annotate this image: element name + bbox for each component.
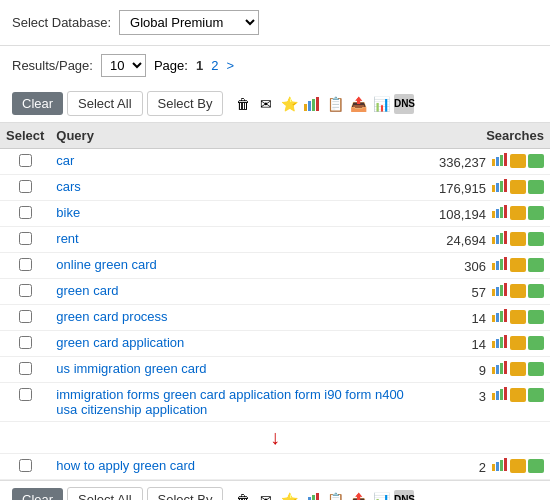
query-link[interactable]: immigration forms green card application…	[56, 387, 404, 417]
svg-rect-36	[492, 367, 495, 374]
dns-icon-bottom[interactable]: DNS	[394, 490, 414, 501]
svg-rect-43	[504, 387, 507, 400]
svg-rect-29	[496, 313, 499, 322]
query-link[interactable]: online green card	[56, 257, 156, 272]
row-green-icon[interactable]	[528, 362, 544, 376]
row-green-icon[interactable]	[528, 284, 544, 298]
row-checkbox[interactable]	[19, 362, 32, 375]
svg-rect-40	[492, 393, 495, 400]
star-icon-bottom[interactable]: ⭐	[279, 490, 299, 501]
row-green-icon[interactable]	[528, 206, 544, 220]
row-green-icon[interactable]	[528, 336, 544, 350]
row-orange-icon[interactable]	[510, 180, 526, 194]
row-bar-icon[interactable]	[490, 257, 508, 272]
select-by-button-bottom[interactable]: Select By	[147, 487, 224, 500]
mail-icon-bottom[interactable]: ✉	[256, 490, 276, 501]
svg-rect-32	[492, 341, 495, 348]
row-checkbox[interactable]	[19, 310, 32, 323]
page-2-link[interactable]: 2	[211, 58, 218, 73]
export2-icon-bottom[interactable]: 📊	[371, 490, 391, 501]
row-orange-icon[interactable]	[510, 336, 526, 350]
row-orange-icon[interactable]	[510, 232, 526, 246]
row-orange-icon[interactable]	[510, 310, 526, 324]
row-bar-icon[interactable]	[490, 179, 508, 194]
row-orange-icon[interactable]	[510, 284, 526, 298]
row-orange-icon[interactable]	[510, 154, 526, 168]
page-1-link[interactable]: 1	[196, 58, 203, 73]
select-all-button-top[interactable]: Select All	[67, 91, 142, 116]
row-orange-icon[interactable]	[510, 388, 526, 402]
row-bar-icon[interactable]	[490, 361, 508, 376]
star-icon-top[interactable]: ⭐	[279, 94, 299, 114]
row-checkbox[interactable]	[19, 180, 32, 193]
row-green-icon[interactable]	[528, 232, 544, 246]
row-bar-icon[interactable]	[490, 387, 508, 402]
svg-rect-6	[500, 155, 503, 166]
row-bar-icon[interactable]	[490, 309, 508, 324]
row-checkbox[interactable]	[19, 258, 32, 271]
svg-rect-3	[316, 97, 319, 111]
row-green-icon[interactable]	[528, 459, 544, 473]
row-orange-icon[interactable]	[510, 459, 526, 473]
row-checkbox[interactable]	[19, 336, 32, 349]
results-per-page-select[interactable]: 10 25 50	[101, 54, 146, 77]
svg-rect-47	[504, 458, 507, 471]
toolbar-icon-group-top: 🗑 ✉ ⭐ 📋 📤 📊 DNS	[233, 94, 414, 114]
row-green-icon[interactable]	[528, 310, 544, 324]
row-green-icon[interactable]	[528, 388, 544, 402]
graph-icon-top[interactable]	[302, 94, 322, 114]
delete-icon-top[interactable]: 🗑	[233, 94, 253, 114]
row-orange-icon[interactable]	[510, 258, 526, 272]
row-bar-icon[interactable]	[490, 335, 508, 350]
export-icon-bottom[interactable]: 📤	[348, 490, 368, 501]
svg-rect-15	[504, 205, 507, 218]
searches-value: 57	[472, 285, 486, 300]
copy-icon-bottom[interactable]: 📋	[325, 490, 345, 501]
row-checkbox[interactable]	[19, 388, 32, 401]
export-icon-top[interactable]: 📤	[348, 94, 368, 114]
row-checkbox[interactable]	[19, 459, 32, 472]
query-link[interactable]: bike	[56, 205, 80, 220]
row-bar-icon[interactable]	[490, 283, 508, 298]
clear-button-top[interactable]: Clear	[12, 92, 63, 115]
query-link[interactable]: us immigration green card	[56, 361, 206, 376]
row-bar-icon[interactable]	[490, 153, 508, 168]
row-bar-icon[interactable]	[490, 231, 508, 246]
query-link[interactable]: green card application	[56, 335, 184, 350]
row-checkbox[interactable]	[19, 284, 32, 297]
query-link[interactable]: car	[56, 153, 74, 168]
select-by-button-top[interactable]: Select By	[147, 91, 224, 116]
graph-icon-bottom[interactable]	[302, 490, 322, 501]
row-checkbox[interactable]	[19, 232, 32, 245]
pagination-bar: Results/Page: 10 25 50 Page: 1 2 >	[0, 46, 550, 85]
database-select[interactable]: Global Premium US Standard Local	[119, 10, 259, 35]
dns-icon-top[interactable]: DNS	[394, 94, 414, 114]
copy-icon-top[interactable]: 📋	[325, 94, 345, 114]
row-checkbox[interactable]	[19, 206, 32, 219]
next-page-arrow[interactable]: >	[226, 58, 234, 73]
row-orange-icon[interactable]	[510, 362, 526, 376]
searches-cell: 14	[433, 331, 550, 357]
row-icon-group	[490, 153, 544, 168]
row-bar-icon[interactable]	[490, 205, 508, 220]
query-link[interactable]: green card	[56, 283, 118, 298]
searches-value: 336,237	[439, 155, 486, 170]
row-green-icon[interactable]	[528, 180, 544, 194]
row-green-icon[interactable]	[528, 154, 544, 168]
query-link[interactable]: green card process	[56, 309, 167, 324]
svg-rect-31	[504, 309, 507, 322]
select-all-button-bottom[interactable]: Select All	[67, 487, 142, 500]
row-orange-icon[interactable]	[510, 206, 526, 220]
row-bar-icon[interactable]	[490, 458, 508, 473]
results-per-page-label: Results/Page:	[12, 58, 93, 73]
delete-icon-bottom[interactable]: 🗑	[233, 490, 253, 501]
mail-icon-top[interactable]: ✉	[256, 94, 276, 114]
query-link[interactable]: cars	[56, 179, 81, 194]
clear-button-bottom[interactable]: Clear	[12, 488, 63, 500]
row-green-icon[interactable]	[528, 258, 544, 272]
row-checkbox[interactable]	[19, 154, 32, 167]
query-link[interactable]: rent	[56, 231, 78, 246]
query-link[interactable]: how to apply green card	[56, 458, 195, 473]
export2-icon-top[interactable]: 📊	[371, 94, 391, 114]
searches-cell: 336,237	[433, 149, 550, 175]
